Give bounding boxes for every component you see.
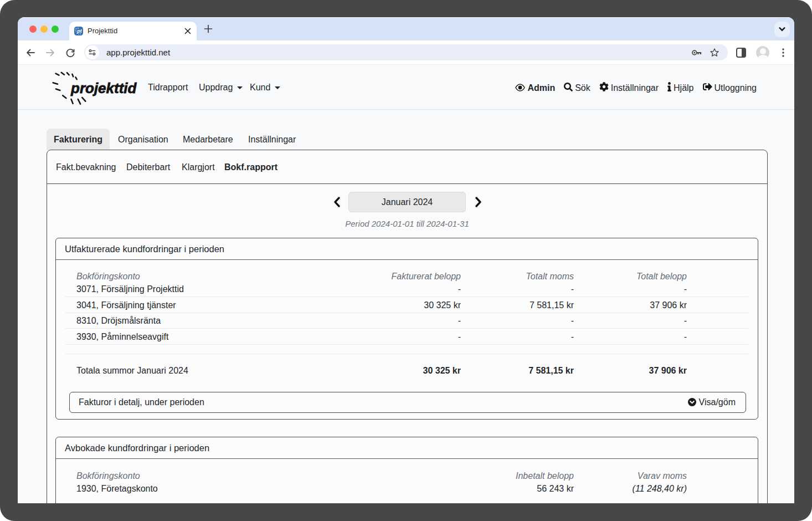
svg-text:projekttid: projekttid bbox=[70, 80, 137, 96]
svg-text:pt: pt bbox=[76, 28, 82, 34]
